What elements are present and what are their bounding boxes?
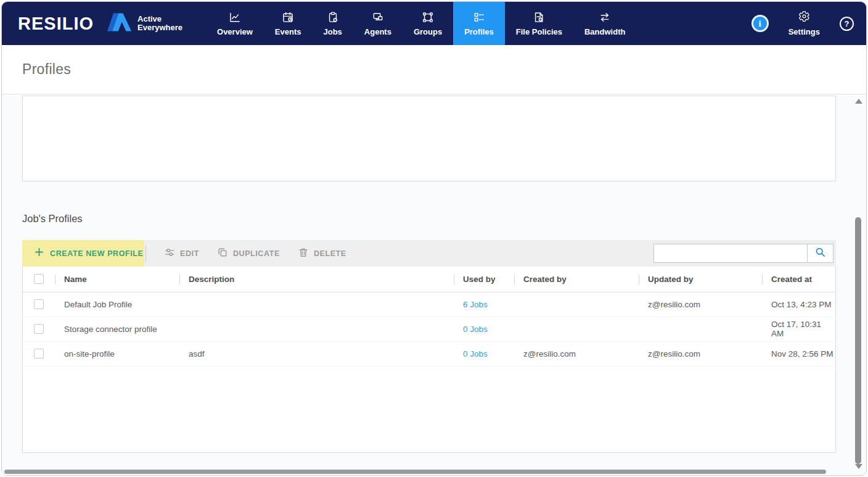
arrows-exchange-icon [599,11,611,23]
cell-name: Default Job Profile [55,292,179,317]
cell-created-at: Oct 17, 10:31 AM [762,317,835,341]
used-by-link[interactable]: 0 Jobs [463,325,488,334]
topbar-right-controls: i Settings ? [751,2,866,45]
help-button[interactable]: ? [840,17,854,31]
jobs-profiles-card: CREATE NEW PROFILE EDIT [22,240,836,453]
scroll-down-arrow-icon[interactable] [855,464,862,469]
column-header-name[interactable]: Name [55,267,179,292]
nav-item-settings[interactable]: Settings [788,10,820,36]
cell-updated-by: z@resilio.com [639,292,762,317]
used-by-link[interactable]: 6 Jobs [463,300,488,309]
clipboard-icon [327,11,339,23]
cell-created-by: z@resilio.com [514,341,639,366]
select-all-checkbox[interactable] [34,274,44,284]
row-checkbox[interactable] [34,349,44,359]
row-checkbox[interactable] [34,324,44,334]
page-title: Profiles [22,61,71,78]
gear-icon [798,10,810,24]
search-icon [815,247,825,260]
table-row[interactable]: Default Job Profile 6 Jobs z@resilio.com… [23,292,835,317]
table-header-row: Name Description Used by Created by Upda… [23,267,835,292]
profiles-toolbar: CREATE NEW PROFILE EDIT [22,240,836,267]
cell-description: asdf [179,341,454,366]
row-checkbox[interactable] [34,299,44,309]
cell-created-at: Oct 13, 4:23 PM [762,292,835,317]
column-header-description[interactable]: Description [179,267,454,292]
vertical-scrollbar-thumb[interactable] [855,217,861,464]
cell-updated-by [639,317,762,341]
section-title: Job's Profiles [22,213,83,225]
delete-button[interactable]: DELETE [298,247,346,259]
nav-item-jobs[interactable]: Jobs [312,2,353,45]
list-items-icon [473,11,485,23]
search-box [653,244,833,263]
duplicate-icon [218,247,227,259]
active-everywhere-logo: Active Everywhere [107,2,206,45]
search-button[interactable] [808,244,833,263]
cell-created-at: Nov 28, 2:56 PM [762,341,835,366]
active-everywhere-mark-icon [107,12,132,35]
nav-item-overview[interactable]: Overview [206,2,264,45]
main-nav: Overview Events [206,2,636,45]
nav-item-agents[interactable]: Agents [353,2,403,45]
nav-item-groups[interactable]: Groups [403,2,453,45]
top-navigation-bar: RESILIO Active Everywhere Overvi [2,2,866,45]
column-header-created-by[interactable]: Created by [514,267,639,292]
selection-frame-icon [422,11,434,23]
resilio-wordmark: RESILIO [2,2,107,45]
cell-description [179,317,454,341]
page-header: Profiles [2,45,866,94]
question-icon: ? [845,19,850,28]
nav-item-bandwidth[interactable]: Bandwidth [573,2,636,45]
trash-icon [298,247,308,259]
file-gear-icon [533,11,545,23]
edit-button[interactable]: EDIT [165,247,199,259]
cell-name: on-site-profile [55,341,179,366]
column-header-created-at[interactable]: Created at [762,267,835,292]
devices-icon [372,11,384,23]
calendar-clock-icon [282,11,294,23]
used-by-link[interactable]: 0 Jobs [463,349,488,359]
info-icon: i [759,19,761,29]
content-area: Job's Profiles CREATE NEW PROFILE [2,94,866,475]
column-header-updated-by[interactable]: Updated by [639,267,762,292]
sliders-icon [165,247,174,259]
column-header-used-by[interactable]: Used by [454,267,514,292]
product-name: Active Everywhere [137,15,182,33]
table-row[interactable]: Storage connector profile 0 Jobs Oct 17,… [23,317,835,341]
vertical-scrollbar[interactable] [852,96,864,469]
duplicate-button[interactable]: DUPLICATE [218,247,280,259]
nav-item-profiles[interactable]: Profiles [453,2,505,45]
toolbar-divider [145,246,146,262]
search-input[interactable] [653,244,808,263]
app-window: RESILIO Active Everywhere Overvi [1,1,867,476]
cell-created-by [514,317,639,341]
profiles-table: Name Description Used by Created by Upda… [22,267,836,453]
nav-item-events[interactable]: Events [264,2,313,45]
nav-item-file-policies[interactable]: File Policies [505,2,573,45]
horizontal-scrollbar-thumb[interactable] [4,470,826,474]
cell-name: Storage connector profile [55,317,179,341]
cell-created-by [514,292,639,317]
agents-profiles-panel-partial [22,96,836,181]
cell-updated-by: z@resilio.com [639,341,762,366]
plus-icon [35,247,44,259]
scroll-up-arrow-icon[interactable] [855,99,862,104]
horizontal-scrollbar[interactable] [3,470,851,474]
table-row[interactable]: on-site-profile asdf 0 Jobs z@resilio.co… [23,341,835,366]
info-button[interactable]: i [751,15,769,32]
create-new-profile-button[interactable]: CREATE NEW PROFILE [22,240,144,267]
cell-description [179,292,454,317]
chart-line-icon [229,11,241,23]
